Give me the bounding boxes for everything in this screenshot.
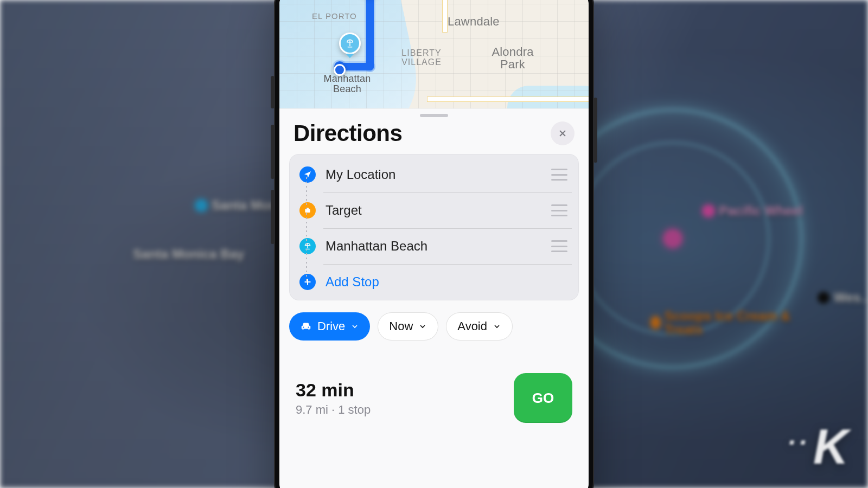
directions-sheet[interactable]: Directions My Location bbox=[279, 108, 589, 488]
avoid-selector[interactable]: Avoid bbox=[446, 312, 513, 341]
stop-row-waypoint[interactable]: Target bbox=[290, 192, 578, 228]
close-icon bbox=[557, 128, 568, 139]
close-button[interactable] bbox=[551, 121, 575, 145]
bg-label-santa-monica-bay: Santa Monica Bay bbox=[133, 247, 244, 262]
map-view[interactable]: 1 EL PORTO Lawndale LIBERTY VILLAGE Alon… bbox=[279, 0, 589, 108]
poi-beach-pin[interactable] bbox=[339, 33, 361, 54]
mode-label: Drive bbox=[317, 319, 345, 333]
chevron-down-icon bbox=[493, 322, 501, 331]
stop-label: Target bbox=[326, 203, 541, 218]
drag-handle-icon[interactable] bbox=[551, 204, 567, 216]
avoid-label: Avoid bbox=[457, 319, 487, 333]
bg-label-scoops: Scoops Ice Cream & Treats bbox=[651, 309, 792, 336]
route-options: Drive Now Avoid bbox=[279, 300, 589, 346]
time-label: Now bbox=[389, 319, 413, 333]
beach-icon bbox=[299, 238, 316, 254]
watermark-logo: K bbox=[788, 419, 846, 475]
map-label-lawndale: Lawndale bbox=[448, 15, 500, 28]
sheet-title: Directions bbox=[293, 120, 402, 146]
map-label-alondra-park: Alondra Park bbox=[483, 46, 542, 70]
eta-time: 32 min bbox=[296, 380, 371, 401]
location-arrow-icon bbox=[299, 166, 316, 183]
stop-label: My Location bbox=[326, 167, 541, 182]
phone-screen: 1 EL PORTO Lawndale LIBERTY VILLAGE Alon… bbox=[279, 0, 589, 488]
time-selector[interactable]: Now bbox=[378, 312, 438, 341]
map-label-el-porto: EL PORTO bbox=[312, 12, 357, 21]
chevron-down-icon bbox=[418, 322, 427, 331]
drag-handle-icon[interactable] bbox=[551, 169, 567, 181]
stop-row-destination[interactable]: Manhattan Beach bbox=[290, 228, 578, 264]
bg-label-wes: Wes… bbox=[818, 290, 868, 305]
stop-row-origin[interactable]: My Location bbox=[290, 157, 578, 192]
stop-label: Manhattan Beach bbox=[326, 239, 541, 254]
eta-block: 32 min 9.7 mi · 1 stop bbox=[296, 380, 371, 417]
bg-label-pacific-wheel: Pacific Wheel bbox=[703, 203, 803, 219]
stops-list: My Location Target Manhattan bbox=[289, 154, 579, 300]
add-stop-button[interactable]: Add Stop bbox=[290, 264, 578, 300]
mode-selector[interactable]: Drive bbox=[289, 312, 370, 341]
map-label-liberty-village: LIBERTY VILLAGE bbox=[394, 49, 449, 67]
store-icon bbox=[299, 202, 316, 219]
drag-handle-icon[interactable] bbox=[551, 240, 567, 252]
go-button[interactable]: GO bbox=[514, 373, 572, 423]
map-label-manhattan-beach: Manhattan Beach bbox=[317, 74, 377, 94]
chevron-down-icon bbox=[350, 322, 359, 331]
sheet-grabber[interactable] bbox=[420, 114, 448, 117]
eta-sub: 9.7 mi · 1 stop bbox=[296, 403, 371, 417]
add-stop-label: Add Stop bbox=[326, 274, 567, 290]
car-icon bbox=[300, 320, 312, 332]
plus-icon bbox=[299, 274, 316, 290]
phone-frame: 1 EL PORTO Lawndale LIBERTY VILLAGE Alon… bbox=[274, 0, 594, 488]
